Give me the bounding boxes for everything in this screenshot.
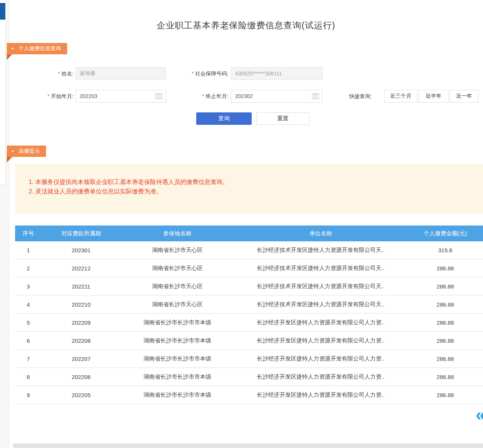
table-cell: 202301 — [42, 247, 121, 253]
table-cell: 6 — [15, 338, 42, 344]
table-cell: 长沙经济开发区捷特人力资源开发有限公司人力资.. — [234, 373, 408, 380]
table-row: 5202209湖南省长沙市长沙市市本级长沙经济开发区捷特人力资源开发有限公司人力… — [15, 314, 483, 332]
table-cell: 2 — [15, 265, 42, 272]
table-cell: 202211 — [42, 283, 121, 290]
reset-button[interactable]: 重置 — [256, 112, 309, 125]
section-badge-label: 个人缴费信息查询 — [19, 45, 61, 52]
page-title: 企业职工基本养老保险缴费信息查询(试运行) — [9, 20, 483, 31]
table-row: 2202212湖南省长沙市天心区长沙经济技术开发区捷特人力资源开发有限公司天..… — [15, 259, 483, 278]
table-header-cell: 序号 — [15, 230, 42, 237]
table-cell: 湖南省长沙市天心区 — [121, 283, 234, 290]
table-header-cell: 参保地名称 — [121, 230, 234, 237]
quick-query-3months-button[interactable]: 近三个月 — [384, 90, 417, 103]
table-cell: 202205 — [42, 392, 121, 398]
table-cell: 286.88 — [408, 265, 483, 272]
table-header-cell: 对应费款所属期 — [42, 230, 121, 237]
table-row: 6202208湖南省长沙市长沙市市本级长沙经济开发区捷特人力资源开发有限公司人力… — [15, 332, 483, 350]
table-cell: 286.88 — [408, 338, 483, 344]
calendar-icon[interactable] — [312, 93, 319, 99]
table-cell: 8 — [15, 374, 42, 380]
quick-query-label: 快捷查询: — [349, 93, 381, 100]
section-badge-label: 温馨提示 — [19, 148, 40, 155]
table-row: 8202206湖南省长沙市长沙市市本级长沙经济开发区捷特人力资源开发有限公司人力… — [15, 368, 483, 386]
table-row: 9202205湖南省长沙市长沙市市本级长沙经济开发区捷特人力资源开发有限公司人力… — [15, 386, 483, 404]
table-cell: 长沙经济技术开发区捷特人力资源开发有限公司天.. — [234, 247, 408, 254]
table-cell: 5 — [15, 319, 42, 326]
tips-line-1: 1. 本服务仅提供尚未领取企业职工基本养老保险待遇人员的缴费信息查询。 — [29, 177, 475, 187]
table-cell: 湖南省长沙市长沙市市本级 — [121, 355, 234, 362]
table-cell: 7 — [15, 356, 42, 362]
table-cell: 长沙经济开发区捷特人力资源开发有限公司人力资.. — [234, 337, 408, 344]
table-cell: 长沙经济技术开发区捷特人力资源开发有限公司天.. — [234, 283, 408, 290]
table-cell: 湖南省长沙市长沙市市本级 — [121, 391, 234, 399]
table-cell: 286.88 — [408, 356, 483, 362]
start-date-input[interactable] — [75, 90, 166, 103]
table-cell: 3 — [15, 283, 42, 290]
tips-notice-box: 1. 本服务仅提供尚未领取企业职工基本养老保险待遇人员的缴费信息查询。 2. 灵… — [15, 164, 483, 213]
results-table: 序号对应费款所属期参保地名称单位名称个人缴费金额(元) 1202301湖南省长沙… — [15, 226, 483, 404]
table-cell: 1 — [15, 247, 42, 253]
table-cell: 湖南省长沙市天心区 — [121, 265, 234, 272]
end-date-label: *终止年月: — [172, 93, 228, 100]
start-date-field[interactable] — [75, 90, 166, 103]
table-header-cell: 个人缴费金额(元) — [408, 230, 483, 237]
table-cell: 4 — [15, 301, 42, 308]
table-row: 3202211湖南省长沙市天心区长沙经济技术开发区捷特人力资源开发有限公司天..… — [15, 278, 483, 296]
table-cell: 长沙经济开发区捷特人力资源开发有限公司人力资.. — [234, 391, 408, 399]
end-date-field[interactable] — [231, 90, 323, 103]
table-cell: 202210 — [42, 301, 121, 308]
table-cell: 9 — [15, 392, 42, 398]
bullet-icon: • — [12, 46, 14, 52]
sidebar-blue-tab[interactable] — [0, 3, 5, 20]
table-cell: 长沙经济技术开发区捷特人力资源开发有限公司天.. — [234, 265, 408, 272]
start-date-label: *开始年月: — [23, 93, 74, 100]
required-asterisk: * — [58, 71, 60, 77]
table-cell: 286.88 — [408, 392, 483, 398]
table-cell: 315.6 — [408, 247, 483, 253]
table-cell: 湖南省长沙市长沙市市本级 — [121, 319, 234, 326]
calendar-icon[interactable] — [155, 93, 162, 99]
bottom-scrollbar-track[interactable] — [13, 443, 483, 448]
table-cell: 202209 — [42, 319, 121, 326]
name-label: *姓名: — [23, 71, 74, 77]
query-button[interactable]: 查询 — [196, 112, 252, 125]
table-header-row: 序号对应费款所属期参保地名称单位名称个人缴费金额(元) — [15, 226, 483, 241]
page: 企业职工基本养老保险缴费信息查询(试运行) • 个人缴费信息查询 *姓名: *社… — [0, 0, 483, 448]
table-cell: 202206 — [42, 374, 121, 380]
section-badge-personal-query: • 个人缴费信息查询 — [7, 43, 67, 54]
collapsed-sidebar — [0, 0, 6, 185]
table-cell: 长沙经济开发区捷特人力资源开发有限公司人力资.. — [234, 355, 408, 362]
table-cell: 286.88 — [408, 301, 483, 308]
table-cell: 202212 — [42, 265, 121, 272]
name-field — [75, 67, 166, 80]
table-row: 4202210湖南省长沙市天心区长沙经济技术开发区捷特人力资源开发有限公司天..… — [15, 296, 483, 314]
table-cell: 286.88 — [408, 283, 483, 290]
bullet-icon: • — [12, 148, 14, 154]
table-cell: 长沙经济技术开发区捷特人力资源开发有限公司天.. — [234, 301, 408, 308]
table-cell: 202207 — [42, 356, 121, 362]
quick-query-halfyear-button[interactable]: 近半年 — [418, 90, 449, 103]
table-header-cell: 单位名称 — [234, 230, 408, 237]
table-cell: 286.88 — [408, 319, 483, 326]
table-cell: 湖南省长沙市长沙市市本级 — [121, 373, 234, 380]
collapse-chevron-icon[interactable]: « — [475, 406, 483, 423]
table-cell: 286.88 — [408, 374, 483, 380]
ssn-field — [231, 67, 323, 80]
table-cell: 湖南省长沙市天心区 — [121, 301, 234, 308]
required-asterisk: * — [192, 71, 194, 77]
table-cell: 湖南省长沙市天心区 — [121, 247, 234, 254]
quick-query-1year-button[interactable]: 近一年 — [450, 90, 478, 103]
table-cell: 202208 — [42, 338, 121, 344]
table-row: 1202301湖南省长沙市天心区长沙经济技术开发区捷特人力资源开发有限公司天..… — [15, 241, 483, 259]
section-badge-tips: • 温馨提示 — [7, 146, 46, 157]
table-cell: 长沙经济开发区捷特人力资源开发有限公司人力资.. — [234, 319, 408, 326]
ssn-label: *社会保障号码: — [172, 71, 228, 77]
table-row: 7202207湖南省长沙市长沙市市本级长沙经济开发区捷特人力资源开发有限公司人力… — [15, 350, 483, 368]
required-asterisk: * — [202, 93, 204, 99]
table-cell: 湖南省长沙市长沙市市本级 — [121, 337, 234, 344]
required-asterisk: * — [48, 93, 49, 99]
table-body: 1202301湖南省长沙市天心区长沙经济技术开发区捷特人力资源开发有限公司天..… — [15, 241, 483, 404]
end-date-input[interactable] — [231, 90, 323, 103]
tips-line-2: 2. 灵活就业人员的缴费单位信息以实际缴费为准。 — [29, 187, 475, 196]
